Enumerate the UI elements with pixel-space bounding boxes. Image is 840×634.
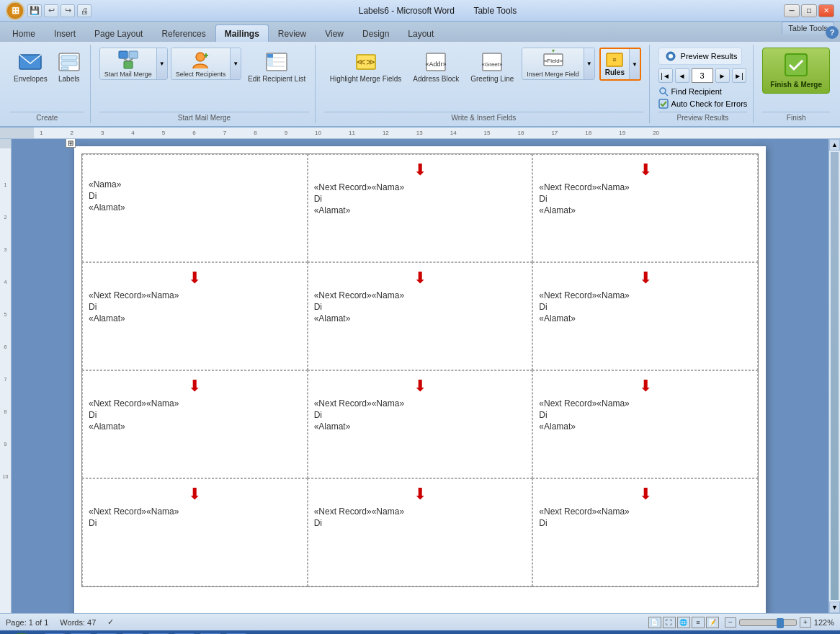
table-move-handle[interactable]: ⊞ <box>66 139 76 148</box>
label-line: Di <box>314 410 527 420</box>
next-record-arrow-4: ⬇ <box>314 269 527 287</box>
tab-mailings[interactable]: Mailings <box>215 24 269 42</box>
next-record-button[interactable]: ► <box>715 68 730 83</box>
select-recipients-label: Select Recipients <box>176 71 226 78</box>
labels-button[interactable]: Labels <box>54 48 84 86</box>
zoom-slider[interactable] <box>739 619 797 626</box>
svg-point-28 <box>660 88 666 94</box>
ruler-horizontal: 1234567891011121314151617181920 <box>0 128 840 139</box>
preview-results-button[interactable]: Preview Results <box>658 48 743 65</box>
save-button[interactable]: 💾 <box>27 4 42 17</box>
edit-recipient-list-button[interactable]: Edit Recipient List <box>244 48 309 86</box>
rules-button[interactable]: ≡ Rules ▼ <box>599 48 641 81</box>
window-controls: ─ □ ✕ <box>784 4 834 17</box>
scrollbar-vertical[interactable]: ▲ ▼ <box>828 139 840 613</box>
label-line: «Alamat» <box>89 421 301 432</box>
next-record-arrow-3: ⬇ <box>89 269 301 287</box>
label-line: «Next Record»«Nama» <box>314 290 527 300</box>
document-scroll[interactable]: ⊞ «Nama»Di«Alamat»⬇«Next Record»«Nama»Di… <box>12 139 828 613</box>
address-block-button[interactable]: «Addr» Address Block <box>409 48 463 86</box>
label-line: «Next Record»«Nama» <box>314 506 527 517</box>
word-count: Words: 47 <box>60 618 96 627</box>
web-layout-button[interactable]: 🌐 <box>677 617 690 628</box>
undo-button[interactable]: ↩ <box>44 4 58 17</box>
tab-page-layout[interactable]: Page Layout <box>85 24 152 42</box>
label-line: «Nama» <box>89 179 301 189</box>
print-button[interactable]: 🖨 <box>77 4 91 17</box>
first-record-button[interactable]: |◄ <box>658 68 673 83</box>
last-record-button[interactable]: ►| <box>732 68 746 83</box>
tab-insert[interactable]: Insert <box>45 24 85 42</box>
svg-rect-13 <box>267 54 273 58</box>
tab-review[interactable]: Review <box>269 24 316 42</box>
record-number-input[interactable] <box>692 68 713 83</box>
label-cell-0: «Nama»Di«Alamat» <box>82 154 308 262</box>
auto-check-button[interactable]: Auto Check for Errors <box>658 99 748 109</box>
tab-references[interactable]: References <box>152 24 215 42</box>
zoom-level[interactable]: 122% <box>814 618 834 627</box>
envelopes-button[interactable]: Envelopes <box>10 48 51 86</box>
next-record-arrow-7: ⬇ <box>314 377 527 396</box>
finish-group-label: Finish <box>762 112 830 123</box>
write-group-label: Write & Insert Fields <box>324 112 643 123</box>
start-merge-group-label: Start Mail Merge <box>99 112 309 123</box>
svg-rect-4 <box>61 67 68 70</box>
print-layout-button[interactable]: 📄 <box>648 617 661 628</box>
next-record-arrow-9: ⬇ <box>89 485 301 504</box>
labels-label: Labels <box>58 75 79 84</box>
label-line: «Next Record»«Nama» <box>314 398 527 408</box>
ribbon-group-create: Envelopes Labels Create <box>4 45 91 123</box>
svg-text:≡: ≡ <box>613 56 617 63</box>
scroll-thumb[interactable] <box>831 152 839 600</box>
label-grid: «Nama»Di«Alamat»⬇«Next Record»«Nama»Di«A… <box>81 153 759 587</box>
outline-button[interactable]: ≡ <box>692 617 705 628</box>
start-mail-merge-button[interactable]: Start Mail Merge ▼ <box>99 48 168 80</box>
label-cell-3: ⬇«Next Record»«Nama»Di«Alamat» <box>82 262 308 370</box>
preview-group-label: Preview Results <box>658 112 748 123</box>
tab-design[interactable]: Design <box>353 24 398 42</box>
rules-label: Rules <box>605 68 625 76</box>
prev-record-button[interactable]: ◄ <box>675 68 689 83</box>
draft-button[interactable]: 📝 <box>706 617 719 628</box>
greeting-line-button[interactable]: «Greet» Greeting Line <box>467 48 517 86</box>
label-line: «Alamat» <box>539 421 751 432</box>
insert-merge-field-button[interactable]: «Field» Insert Merge Field ▼ <box>522 48 594 80</box>
document-page: ⊞ «Nama»Di«Alamat»⬇«Next Record»«Nama»Di… <box>74 146 766 613</box>
status-bar: Page: 1 of 1 Words: 47 ✓ 📄 ⛶ 🌐 ≡ 📝 − + 1… <box>0 613 840 630</box>
find-recipient-button[interactable]: Find Recipient <box>658 86 722 97</box>
label-line: «Alamat» <box>89 202 301 213</box>
label-line: «Next Record»«Nama» <box>539 290 751 300</box>
finish-merge-button[interactable]: Finish & Merge <box>762 48 830 94</box>
svg-text:≪≫: ≪≫ <box>357 57 375 67</box>
svg-rect-15 <box>267 63 273 66</box>
zoom-thumb[interactable] <box>777 618 784 628</box>
minimize-button[interactable]: ─ <box>784 4 800 17</box>
ribbon-group-write: ≪≫ Highlight Merge Fields «Addr» Address… <box>318 45 649 123</box>
help-button[interactable]: ? <box>826 26 839 39</box>
select-recipients-button[interactable]: Select Recipients ▼ <box>171 48 241 80</box>
scroll-down-button[interactable]: ▼ <box>829 602 840 613</box>
svg-rect-7 <box>124 61 133 68</box>
maximize-button[interactable]: □ <box>801 4 817 17</box>
word-check-icon: ✓ <box>107 617 114 627</box>
tab-layout[interactable]: Layout <box>398 24 443 42</box>
zoom-out-button[interactable]: − <box>725 617 736 628</box>
label-line: Di <box>89 518 301 528</box>
label-cell-10: ⬇«Next Record»«Nama»Di <box>308 478 533 586</box>
label-line: «Next Record»«Nama» <box>539 182 751 192</box>
ruler-vertical: 12345678910 <box>0 139 12 613</box>
insert-merge-field-label: Insert Merge Field <box>527 71 579 78</box>
label-line: «Next Record»«Nama» <box>89 398 301 408</box>
status-bar-right: 📄 ⛶ 🌐 ≡ 📝 − + 122% <box>648 617 834 628</box>
full-screen-button[interactable]: ⛶ <box>663 617 676 628</box>
office-button[interactable]: ⊞ <box>6 1 24 20</box>
scroll-up-button[interactable]: ▲ <box>829 139 840 151</box>
tab-view[interactable]: View <box>316 24 353 42</box>
zoom-in-button[interactable]: + <box>800 617 811 628</box>
redo-button[interactable]: ↪ <box>61 4 75 17</box>
ribbon-body: Envelopes Labels Create Start Mail Merge <box>0 42 840 126</box>
tab-home[interactable]: Home <box>3 24 45 42</box>
title-bar: ⊞ 💾 ↩ ↪ 🖨 Labels6 - Microsoft Word Table… <box>0 0 840 22</box>
highlight-merge-fields-button[interactable]: ≪≫ Highlight Merge Fields <box>326 48 406 86</box>
close-button[interactable]: ✕ <box>818 4 834 17</box>
